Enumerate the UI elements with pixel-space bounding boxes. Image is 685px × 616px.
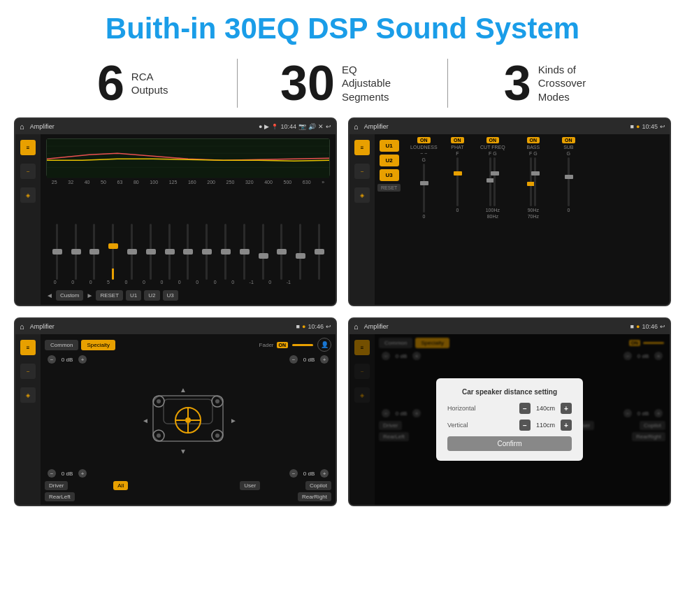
specialty-tab-3[interactable]: Specialty — [81, 340, 115, 350]
back-icon-2[interactable]: ↩ — [660, 123, 665, 130]
eq-sliders-row — [46, 187, 330, 280]
wave-icon[interactable]: ~ — [20, 164, 36, 179]
back-icon-1[interactable]: ↩ — [326, 123, 331, 130]
eq-slider-6[interactable] — [168, 224, 171, 280]
time-1: 10:44 — [280, 123, 296, 130]
stat-eq: 30 EQ AdjustableSegments — [252, 59, 433, 108]
distance-body: ≡ ~ ◈ Common Specialty ON − 0 dB — [349, 334, 670, 505]
horizontal-row: Horizontal − 140cm + — [447, 403, 572, 414]
custom-btn[interactable]: Custom — [56, 290, 84, 301]
eq-slider-1[interactable] — [75, 224, 77, 280]
u3-btn[interactable]: U3 — [163, 290, 178, 301]
cutfreq-label: CUT FREQ — [480, 145, 505, 150]
stat-number-crossover: 3 — [504, 59, 531, 108]
vertical-control: − 110cm + — [519, 420, 572, 431]
x-icon: ✕ — [318, 123, 324, 130]
stat-crossover: 3 Kinds ofCrossover Modes — [462, 59, 643, 108]
vertical-minus[interactable]: − — [519, 420, 531, 431]
rearright-btn-3[interactable]: RearRight — [298, 492, 331, 501]
u2-btn[interactable]: U2 — [144, 290, 159, 301]
rr-plus[interactable]: + — [320, 469, 329, 478]
eq-slider-7[interactable] — [187, 224, 189, 280]
eq-body: ≡ ~ ◈ — [15, 134, 336, 305]
speaker-icon[interactable]: ◈ — [20, 187, 36, 203]
eq-slider-0[interactable] — [56, 224, 58, 280]
loudness-on[interactable]: ON — [417, 137, 431, 143]
dot-icon-1: ● — [259, 123, 262, 130]
speaker-icon-2[interactable]: ◈ — [354, 187, 370, 203]
u1-btn[interactable]: U1 — [126, 290, 141, 301]
fr-minus[interactable]: − — [289, 355, 298, 364]
eq-mode-icon-2[interactable]: ≡ — [354, 140, 370, 155]
vertical-plus[interactable]: + — [561, 420, 572, 431]
driver-btn-3[interactable]: Driver — [45, 481, 68, 490]
eq-slider-3[interactable] — [112, 224, 114, 280]
eq-slider-8[interactable] — [206, 224, 208, 280]
confirm-button[interactable]: Confirm — [447, 436, 572, 451]
eq-slider-10[interactable] — [243, 224, 245, 280]
next-arrow[interactable]: ► — [86, 292, 93, 299]
wave-icon-3[interactable]: ~ — [20, 364, 36, 379]
preset-u3[interactable]: U3 — [380, 169, 399, 181]
fl-plus[interactable]: + — [78, 355, 87, 364]
reset-btn-2[interactable]: RESET — [377, 184, 401, 192]
rl-plus[interactable]: + — [78, 469, 87, 478]
svg-text:▲: ▲ — [180, 386, 187, 394]
back-icon-3[interactable]: ↩ — [326, 323, 331, 330]
status-bar-4: ⌂ Amplifier ■ ● 10:46 ↩ — [349, 319, 670, 334]
vertical-row: Vertical − 110cm + — [447, 420, 572, 431]
reset-btn-1[interactable]: RESET — [96, 290, 123, 301]
page-title: Buith-in 30EQ DSP Sound System — [0, 0, 685, 52]
common-tab-3[interactable]: Common — [45, 340, 78, 350]
app-label-2: Amplifier — [364, 123, 628, 130]
time-3: 10:46 — [308, 323, 324, 330]
eq-slider-11[interactable] — [262, 224, 264, 280]
stat-label-crossover: Kinds ofCrossover Modes — [538, 63, 601, 104]
eq-slider-4[interactable] — [131, 224, 133, 280]
horizontal-value: 140cm — [533, 405, 558, 412]
eq-slider-9[interactable] — [224, 224, 226, 280]
home-icon[interactable]: ⌂ — [20, 122, 24, 131]
fl-minus[interactable]: − — [48, 355, 56, 364]
cutfreq-on[interactable]: ON — [486, 137, 500, 143]
cam-icon: 📷 — [298, 123, 306, 130]
stat-rca: 6 RCAOutputs — [42, 59, 223, 108]
specialty-body: ≡ ~ ◈ Common Specialty Fader ON — [15, 334, 336, 505]
preset-u2[interactable]: U2 — [380, 155, 399, 166]
rl-minus[interactable]: − — [48, 469, 56, 478]
bass-on[interactable]: ON — [527, 137, 540, 143]
eq-slider-14[interactable] — [318, 224, 320, 280]
horizontal-minus[interactable]: − — [519, 403, 531, 414]
speaker-icon-3[interactable]: ◈ — [20, 387, 36, 403]
eq-value-labels: 000500 00000-1 0-1 — [46, 280, 330, 285]
home-icon-2[interactable]: ⌂ — [354, 122, 359, 131]
prev-arrow[interactable]: ◄ — [46, 292, 53, 299]
user-btn-3[interactable]: User — [240, 481, 260, 490]
back-icon-4[interactable]: ↩ — [660, 323, 665, 330]
horizontal-plus[interactable]: + — [561, 403, 572, 414]
eq-slider-12[interactable] — [280, 224, 282, 280]
preset-u1[interactable]: U1 — [380, 140, 399, 152]
all-btn-3[interactable]: All — [113, 481, 128, 490]
crossover-body: ≡ ~ ◈ U1 U2 U3 RESET ON LOUDNESS ~~ G — [349, 134, 670, 305]
dialog-overlay: Car speaker distance setting Horizontal … — [349, 334, 670, 505]
fader-track[interactable] — [292, 344, 313, 346]
eq-mode-icon[interactable]: ≡ — [20, 140, 36, 155]
eq-frequency-labels: 253240506380 100125160200250320 40050063… — [46, 180, 330, 185]
wave-icon-2[interactable]: ~ — [354, 164, 370, 179]
fr-plus[interactable]: + — [320, 355, 329, 364]
status-bar-2: ⌂ Amplifier ■ ● 10:45 ↩ — [349, 119, 670, 134]
phat-on[interactable]: ON — [451, 137, 464, 143]
eq-slider-5[interactable] — [150, 224, 152, 280]
eq-mode-icon-3[interactable]: ≡ — [20, 340, 36, 355]
rr-minus[interactable]: − — [289, 469, 298, 478]
eq-slider-2[interactable] — [93, 224, 95, 280]
vertical-value: 110cm — [533, 422, 558, 429]
eq-slider-13[interactable] — [299, 224, 301, 280]
stat-number-eq: 30 — [280, 59, 335, 108]
home-icon-3[interactable]: ⌂ — [20, 322, 24, 331]
sub-on[interactable]: ON — [562, 137, 575, 143]
home-icon-4[interactable]: ⌂ — [354, 322, 359, 331]
copilot-btn-3[interactable]: Copilot — [305, 481, 331, 490]
rearleft-btn-3[interactable]: RearLeft — [45, 492, 75, 501]
